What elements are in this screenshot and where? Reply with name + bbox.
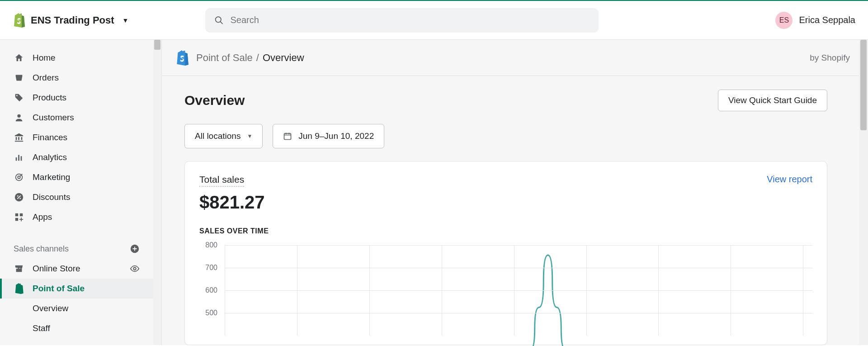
sidebar-item-label: Analytics: [33, 152, 67, 162]
pos-app-icon: [175, 50, 189, 66]
search-input[interactable]: [231, 15, 590, 25]
section-title: Sales channels: [14, 244, 69, 254]
avatar: ES: [775, 12, 793, 29]
add-channel-icon[interactable]: [130, 244, 140, 254]
sidebar-item-orders[interactable]: Orders: [0, 68, 153, 88]
sidebar-item-label: Finances: [33, 133, 67, 142]
location-filter[interactable]: All locations ▼: [184, 124, 263, 148]
sidebar-item-customers[interactable]: Customers: [0, 108, 153, 128]
store-icon: [14, 263, 24, 274]
by-shopify-label: by Shopify: [810, 53, 850, 63]
svg-rect-5: [18, 155, 19, 161]
metric-value: $821.27: [199, 192, 265, 213]
svg-rect-6: [21, 156, 22, 161]
sidebar: Home Orders Products Customers Finances …: [0, 40, 162, 345]
y-tick-label: 800: [205, 241, 217, 249]
sidebar-item-apps[interactable]: Apps: [0, 207, 153, 227]
pos-icon: [14, 283, 24, 294]
bank-icon: [14, 132, 24, 143]
svg-rect-13: [20, 213, 23, 216]
date-filter[interactable]: Jun 9–Jun 10, 2022: [273, 124, 384, 148]
sidebar-item-marketing[interactable]: Marketing: [0, 167, 153, 187]
sidebar-item-label: Marketing: [33, 172, 70, 182]
svg-point-8: [18, 176, 20, 179]
sidebar-item-discounts[interactable]: Discounts: [0, 187, 153, 207]
search-icon: [214, 15, 224, 25]
page-title: Overview: [184, 93, 245, 108]
svg-rect-4: [16, 157, 17, 161]
svg-line-1: [221, 21, 223, 24]
topbar: ENS Trading Post ▼ ES Erica Seppala: [0, 1, 868, 40]
shopify-logo-icon: [13, 13, 25, 28]
sidebar-scrollbar[interactable]: [153, 40, 161, 345]
bars-icon: [14, 152, 24, 163]
svg-rect-12: [15, 213, 18, 216]
breadcrumb-bar: Point of Sale / Overview by Shopify: [162, 40, 868, 76]
sidebar-item-label: Products: [33, 93, 66, 103]
person-icon: [14, 112, 24, 123]
total-sales-card: Total sales $821.27 View report SALES OV…: [184, 161, 827, 345]
svg-rect-14: [15, 218, 18, 221]
sidebar-item-label: Home: [33, 53, 56, 63]
sidebar-item-home[interactable]: Home: [0, 48, 153, 68]
sidebar-item-products[interactable]: Products: [0, 88, 153, 108]
target-icon: [14, 172, 24, 183]
sidebar-item-label: Orders: [33, 73, 59, 83]
quick-start-button[interactable]: View Quick Start Guide: [718, 90, 827, 111]
sidebar-item-label: Discounts: [33, 192, 70, 202]
sidebar-item-label: Apps: [33, 212, 52, 222]
discount-icon: [14, 192, 24, 203]
sidebar-item-finances[interactable]: Finances: [0, 128, 153, 147]
y-tick-label: 600: [205, 286, 217, 294]
pos-sub-staff[interactable]: Staff: [0, 318, 153, 338]
sidebar-item-online-store[interactable]: Online Store: [0, 259, 153, 279]
svg-rect-17: [284, 133, 291, 139]
breadcrumb-sep: /: [256, 52, 259, 64]
caret-down-icon: ▼: [123, 17, 129, 24]
svg-point-2: [16, 95, 18, 96]
svg-point-16: [133, 267, 136, 270]
y-tick-label: 700: [205, 264, 217, 272]
caret-down-icon: ▼: [247, 133, 252, 139]
pos-sub-overview[interactable]: Overview: [0, 299, 153, 318]
svg-point-0: [216, 17, 221, 22]
svg-point-10: [17, 195, 19, 197]
view-report-link[interactable]: View report: [767, 174, 812, 185]
eye-icon[interactable]: [130, 264, 140, 274]
sidebar-item-label: Customers: [33, 113, 74, 123]
apps-icon: [14, 212, 24, 223]
search-box[interactable]: [205, 8, 599, 33]
sidebar-item-label: Point of Sale: [33, 284, 85, 294]
svg-point-3: [17, 114, 20, 118]
orders-icon: [14, 72, 24, 83]
home-icon: [14, 52, 24, 63]
breadcrumb-parent[interactable]: Point of Sale: [196, 52, 253, 64]
user-name: Erica Seppala: [799, 15, 855, 25]
user-menu[interactable]: ES Erica Seppala: [775, 12, 855, 29]
svg-point-11: [19, 198, 21, 199]
metric-label: Total sales: [199, 174, 244, 187]
tag-icon: [14, 92, 24, 103]
sales-chart: 800700600500: [199, 245, 812, 345]
sidebar-item-analytics[interactable]: Analytics: [0, 147, 153, 167]
store-switcher[interactable]: ENS Trading Post ▼: [13, 13, 128, 28]
sidebar-item-point-of-sale[interactable]: Point of Sale: [0, 279, 153, 299]
search-wrap: [205, 8, 599, 33]
chart-title: SALES OVER TIME: [199, 227, 812, 235]
main-scrollbar[interactable]: [859, 40, 868, 345]
calendar-icon: [283, 132, 292, 141]
main: Point of Sale / Overview by Shopify Over…: [162, 40, 868, 345]
content: Overview View Quick Start Guide All loca…: [162, 76, 859, 345]
sidebar-item-label: Online Store: [33, 264, 80, 274]
breadcrumb-current: Overview: [263, 52, 304, 64]
store-name: ENS Trading Post: [31, 14, 114, 26]
sales-channels-header: Sales channels: [0, 239, 153, 259]
y-tick-label: 500: [205, 309, 217, 317]
